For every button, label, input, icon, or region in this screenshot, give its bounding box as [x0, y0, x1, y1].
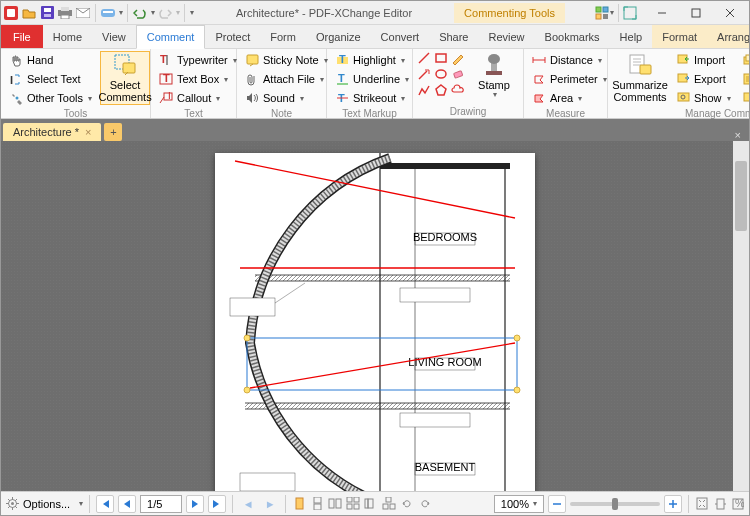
attach-file-button[interactable]: Attach File▾: [241, 70, 332, 88]
scrollbar-thumb[interactable]: [735, 161, 747, 231]
minimize-button[interactable]: [645, 2, 679, 24]
document-tab-label: Architecture *: [13, 126, 79, 138]
tab-protect[interactable]: Protect: [205, 25, 260, 48]
zoom-level-input[interactable]: 100%▾: [494, 495, 544, 513]
sound-button[interactable]: Sound▾: [241, 89, 332, 107]
scan-icon[interactable]: [100, 5, 116, 21]
next-page-button[interactable]: [186, 495, 204, 513]
highlight-button[interactable]: THighlight▾: [331, 51, 413, 69]
line-shape-button[interactable]: [417, 51, 431, 65]
chevron-down-icon: ▾: [603, 75, 607, 84]
polyline-shape-button[interactable]: [417, 83, 431, 97]
nav-forward-button[interactable]: ►: [261, 495, 279, 513]
callout-button[interactable]: TCallout▾: [155, 89, 241, 107]
select-text-button[interactable]: ISelect Text: [5, 70, 96, 88]
new-tab-button[interactable]: +: [104, 123, 122, 141]
import-comments-button[interactable]: Import: [672, 51, 735, 69]
arrow-shape-button[interactable]: [417, 67, 431, 81]
email-icon[interactable]: [75, 5, 91, 21]
close-button[interactable]: [713, 2, 747, 24]
summarize-comments-button[interactable]: Summarize Comments: [612, 51, 668, 105]
strikeout-button[interactable]: TStrikeout▾: [331, 89, 413, 107]
fit-width-button[interactable]: [713, 497, 727, 511]
area-button[interactable]: Area▾: [528, 89, 611, 107]
tab-format[interactable]: Format: [652, 25, 707, 48]
tab-organize[interactable]: Organize: [306, 25, 371, 48]
oval-shape-button[interactable]: [434, 67, 448, 81]
flatten-comments-button[interactable]: Flatten: [739, 51, 750, 69]
layout-book-button[interactable]: [364, 497, 378, 511]
fullscreen-icon[interactable]: [623, 6, 637, 20]
layout-single-button[interactable]: [292, 497, 306, 511]
vertical-scrollbar[interactable]: [733, 141, 749, 491]
fit-page-button[interactable]: [695, 497, 709, 511]
document-viewport[interactable]: BEDROOMS LIVING ROOM BASEMENT: [1, 141, 749, 491]
tab-convert[interactable]: Convert: [371, 25, 430, 48]
tab-comment[interactable]: Comment: [136, 25, 206, 49]
polygon-shape-button[interactable]: [434, 83, 448, 97]
textbox-button[interactable]: TText Box▾: [155, 70, 241, 88]
options-button[interactable]: Options...: [23, 498, 74, 510]
other-tools-button[interactable]: Other Tools▾: [5, 89, 96, 107]
layout-book-continuous-button[interactable]: [382, 497, 396, 511]
pencil-shape-button[interactable]: [451, 51, 465, 65]
nav-back-button[interactable]: ◄: [239, 495, 257, 513]
eraser-button[interactable]: [451, 67, 465, 81]
maximize-button[interactable]: [679, 2, 713, 24]
cloud-shape-button[interactable]: [451, 83, 465, 97]
svg-text:T: T: [166, 92, 173, 101]
show-comments-button[interactable]: Show▾: [672, 89, 735, 107]
chevron-down-icon[interactable]: ▾: [151, 8, 155, 17]
chevron-down-icon[interactable]: ▾: [610, 8, 614, 17]
zoom-slider[interactable]: [570, 502, 660, 506]
page-number-input[interactable]: 1/5: [140, 495, 182, 513]
tab-review[interactable]: Review: [478, 25, 534, 48]
ui-options-icon[interactable]: [595, 6, 609, 20]
redo-icon[interactable]: [157, 5, 173, 21]
tab-help[interactable]: Help: [610, 25, 653, 48]
open-icon[interactable]: [21, 5, 37, 21]
rect-shape-button[interactable]: [434, 51, 448, 65]
chevron-down-icon[interactable]: ▾: [119, 8, 123, 17]
hand-tool-button[interactable]: Hand: [5, 51, 96, 69]
comment-styles-button[interactable]: Comment Styles: [739, 89, 750, 107]
stamp-button[interactable]: Stamp ▾: [469, 51, 519, 102]
print-icon[interactable]: [57, 5, 73, 21]
zoom-slider-thumb[interactable]: [612, 498, 618, 510]
tab-view[interactable]: View: [92, 25, 136, 48]
last-page-button[interactable]: [208, 495, 226, 513]
layout-continuous-button[interactable]: [310, 497, 324, 511]
actual-size-button[interactable]: %: [731, 497, 745, 511]
save-icon[interactable]: [39, 5, 55, 21]
page-canvas[interactable]: BEDROOMS LIVING ROOM BASEMENT: [215, 153, 535, 491]
typewriter-button[interactable]: TTypewriter▾: [155, 51, 241, 69]
close-panel-button[interactable]: ×: [729, 129, 747, 141]
zoom-out-button[interactable]: [548, 495, 566, 513]
tab-arrange[interactable]: Arrange: [707, 25, 750, 48]
tab-file[interactable]: File: [1, 25, 43, 48]
prev-page-button[interactable]: [118, 495, 136, 513]
comments-list-button[interactable]: Comments List: [739, 70, 750, 88]
undo-icon[interactable]: [132, 5, 148, 21]
rotate-ccw-button[interactable]: [400, 497, 414, 511]
layout-facing-continuous-button[interactable]: [346, 497, 360, 511]
chevron-down-icon[interactable]: ▾: [79, 499, 83, 508]
tab-form[interactable]: Form: [260, 25, 306, 48]
first-page-button[interactable]: [96, 495, 114, 513]
tab-home[interactable]: Home: [43, 25, 92, 48]
layout-facing-button[interactable]: [328, 497, 342, 511]
gear-icon[interactable]: [5, 497, 19, 511]
zoom-in-button[interactable]: [664, 495, 682, 513]
underline-button[interactable]: TUnderline▾: [331, 70, 413, 88]
tab-bookmarks[interactable]: Bookmarks: [535, 25, 610, 48]
rotate-cw-button[interactable]: [418, 497, 432, 511]
distance-button[interactable]: Distance▾: [528, 51, 611, 69]
document-tab[interactable]: Architecture *×: [3, 123, 101, 141]
select-comments-button[interactable]: Select Comments: [100, 51, 150, 105]
chevron-down-icon[interactable]: ▾: [176, 8, 180, 17]
sticky-note-button[interactable]: Sticky Note▾: [241, 51, 332, 69]
perimeter-button[interactable]: Perimeter▾: [528, 70, 611, 88]
close-tab-icon[interactable]: ×: [85, 126, 91, 138]
export-comments-button[interactable]: Export: [672, 70, 735, 88]
tab-share[interactable]: Share: [429, 25, 478, 48]
